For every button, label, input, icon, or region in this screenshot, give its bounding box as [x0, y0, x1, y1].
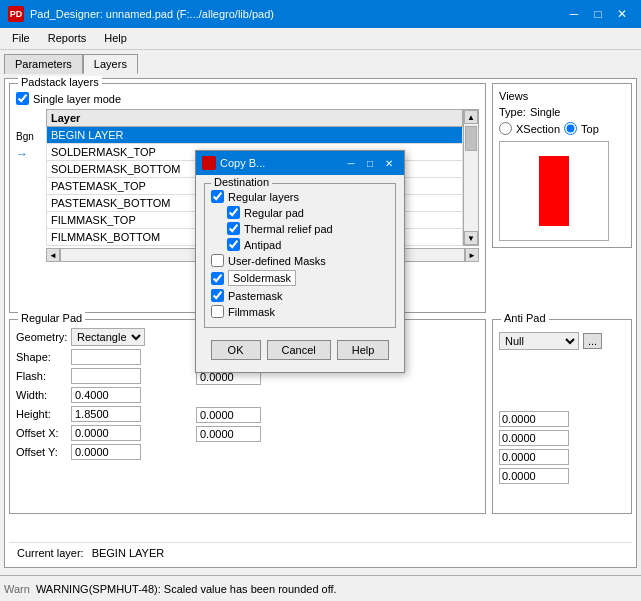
dialog-title: Copy B... — [220, 157, 265, 169]
status-message: WARNING(SPMHUT-48): Scaled value has bee… — [36, 583, 337, 595]
filmmask-row: Filmmask — [211, 305, 389, 318]
regular-layers-checkbox[interactable] — [211, 190, 224, 203]
copy-dialog: Copy B... ─ □ ✕ Destination Regular laye… — [195, 150, 405, 373]
minimize-button[interactable]: ─ — [563, 4, 585, 24]
status-bar: Warn WARNING(SPMHUT-48): Scaled value ha… — [0, 575, 641, 601]
dialog-icon — [202, 156, 216, 170]
menu-file[interactable]: File — [4, 30, 38, 47]
dialog-title-bar: Copy B... ─ □ ✕ — [196, 151, 404, 175]
regular-pad-label: Regular pad — [244, 207, 304, 219]
regular-layers-label: Regular layers — [228, 191, 299, 203]
help-button[interactable]: Help — [337, 340, 390, 360]
menu-reports[interactable]: Reports — [40, 30, 95, 47]
window-title: Pad_Designer: unnamed.pad (F:.../allegro… — [30, 8, 274, 20]
regular-pad-row: Regular pad — [211, 206, 389, 219]
status-level: Warn — [4, 583, 30, 595]
dialog-close-button[interactable]: ✕ — [380, 155, 398, 171]
destination-title: Destination — [211, 176, 272, 188]
maximize-button[interactable]: □ — [587, 4, 609, 24]
soldermask-label: Soldermask — [228, 270, 296, 286]
antipad-checkbox[interactable] — [227, 238, 240, 251]
antipad-row: Antipad — [211, 238, 389, 251]
user-defined-checkbox[interactable] — [211, 254, 224, 267]
pastemask-row: Pastemask — [211, 289, 389, 302]
pastemask-checkbox[interactable] — [211, 289, 224, 302]
ok-button[interactable]: OK — [211, 340, 261, 360]
soldermask-row: Soldermask — [211, 270, 389, 286]
soldermask-checkbox[interactable] — [211, 272, 224, 285]
thermal-relief-row: Thermal relief pad — [211, 222, 389, 235]
dialog-controls: ─ □ ✕ — [342, 155, 398, 171]
filmmask-label: Filmmask — [228, 306, 275, 318]
dialog-minimize-button[interactable]: ─ — [342, 155, 360, 171]
user-defined-row: User-defined Masks — [211, 254, 389, 267]
menu-bar: File Reports Help — [0, 28, 641, 50]
dialog-overlay: Copy B... ─ □ ✕ Destination Regular laye… — [0, 50, 641, 575]
thermal-relief-label: Thermal relief pad — [244, 223, 333, 235]
regular-pad-checkbox[interactable] — [227, 206, 240, 219]
regular-layers-row: Regular layers — [211, 190, 389, 203]
thermal-relief-checkbox[interactable] — [227, 222, 240, 235]
dialog-title-left: Copy B... — [202, 156, 265, 170]
app-icon: PD — [8, 6, 24, 22]
cancel-button[interactable]: Cancel — [267, 340, 331, 360]
dialog-body: Destination Regular layers Regular pad T… — [196, 175, 404, 372]
title-bar: PD Pad_Designer: unnamed.pad (F:.../alle… — [0, 0, 641, 28]
main-content: Parameters Layers Padstack layers Single… — [0, 50, 641, 575]
menu-help[interactable]: Help — [96, 30, 135, 47]
dialog-footer: OK Cancel Help — [204, 336, 396, 364]
pastemask-label: Pastemask — [228, 290, 282, 302]
window-controls: ─ □ ✕ — [563, 4, 633, 24]
dialog-restore-button[interactable]: □ — [361, 155, 379, 171]
destination-group: Destination Regular layers Regular pad T… — [204, 183, 396, 328]
antipad-label: Antipad — [244, 239, 281, 251]
close-button[interactable]: ✕ — [611, 4, 633, 24]
user-defined-label: User-defined Masks — [228, 255, 326, 267]
filmmask-checkbox[interactable] — [211, 305, 224, 318]
